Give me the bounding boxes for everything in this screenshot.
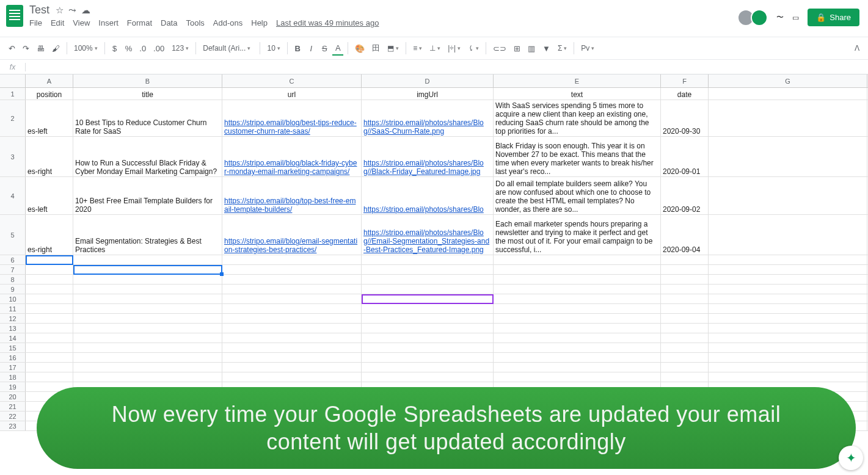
font-dropdown[interactable]: Default (Ari... <box>200 43 255 54</box>
cell[interactable]: Each email marketer spends hours prepari… <box>494 215 661 255</box>
cell[interactable]: date <box>661 88 709 100</box>
sheets-logo[interactable] <box>6 5 23 27</box>
cell[interactable] <box>709 285 867 294</box>
row-header[interactable]: 15 <box>0 343 26 352</box>
cell[interactable] <box>661 353 709 362</box>
row-header[interactable]: 6 <box>0 255 26 264</box>
row-header[interactable]: 20 <box>0 392 26 401</box>
strike-button[interactable]: S <box>319 42 330 55</box>
cell[interactable] <box>661 314 709 323</box>
row-header[interactable]: 16 <box>0 353 26 362</box>
cell[interactable] <box>222 372 362 382</box>
cell[interactable]: 2020-09-02 <box>661 177 709 214</box>
cell[interactable]: es-left <box>26 100 73 136</box>
collapse-toolbar-icon[interactable]: ᐱ <box>855 44 859 53</box>
cell[interactable]: imgUrl <box>362 88 494 100</box>
cell[interactable] <box>709 137 867 176</box>
cell[interactable]: With SaaS services spending 5 times more… <box>494 100 661 136</box>
cell[interactable] <box>222 353 362 362</box>
cell[interactable] <box>26 304 73 313</box>
last-edit[interactable]: Last edit was 49 minutes ago <box>276 18 379 27</box>
cell[interactable]: https://stripo.email/blog/black-friday-c… <box>222 137 362 176</box>
row-header[interactable]: 17 <box>0 363 26 372</box>
cell[interactable] <box>661 324 709 333</box>
cell[interactable]: es-left <box>26 177 73 214</box>
col-header[interactable]: B <box>73 74 222 87</box>
cell[interactable] <box>661 343 709 352</box>
cell[interactable] <box>494 275 661 284</box>
cell[interactable] <box>709 294 867 303</box>
cell[interactable] <box>494 255 661 264</box>
cell[interactable] <box>661 372 709 382</box>
cell[interactable] <box>494 265 661 274</box>
cell[interactable]: https://stripo.email/blog/best-tips-redu… <box>222 100 362 136</box>
cell[interactable] <box>26 294 73 303</box>
row-header[interactable]: 23 <box>0 421 26 430</box>
cell[interactable] <box>709 100 867 136</box>
cell[interactable] <box>661 363 709 372</box>
row-header[interactable]: 14 <box>0 333 26 343</box>
cell[interactable] <box>26 324 73 333</box>
menu-tools[interactable]: Tools <box>186 18 204 27</box>
col-header[interactable]: F <box>661 74 709 87</box>
cell[interactable] <box>222 275 362 284</box>
cell[interactable] <box>26 314 73 323</box>
cell[interactable] <box>494 294 661 303</box>
cell[interactable]: 2020-09-01 <box>661 137 709 176</box>
number-format-dropdown[interactable]: 123 <box>169 43 191 54</box>
cell[interactable] <box>73 304 222 313</box>
menu-addons[interactable]: Add-ons <box>213 18 243 27</box>
cell[interactable] <box>709 265 867 274</box>
addons-toolbar-button[interactable]: Pv <box>578 43 597 54</box>
row-header[interactable]: 18 <box>0 372 26 382</box>
cell[interactable] <box>709 372 867 382</box>
cell[interactable]: Black Friday is soon enough. This year i… <box>494 137 661 176</box>
valign-dropdown[interactable]: ⊥ <box>427 43 443 54</box>
cell[interactable] <box>494 363 661 372</box>
redo-button[interactable]: ↷ <box>20 42 32 55</box>
row-header[interactable]: 8 <box>0 275 26 284</box>
row-header[interactable]: 9 <box>0 285 26 294</box>
cell[interactable] <box>73 275 222 284</box>
cell[interactable] <box>362 363 494 372</box>
cell[interactable] <box>494 343 661 352</box>
activity-icon[interactable]: 〜 <box>776 12 784 23</box>
cell[interactable] <box>661 304 709 313</box>
menu-view[interactable]: View <box>73 18 90 27</box>
cell[interactable]: 2020-09-04 <box>661 215 709 255</box>
cell[interactable]: https://stripo.email/photos/shares/Blo <box>362 177 494 214</box>
row-header[interactable]: 11 <box>0 304 26 313</box>
comment-icon[interactable]: ▭ <box>792 13 799 22</box>
cell[interactable] <box>494 304 661 313</box>
chart-button[interactable]: ▥ <box>525 42 538 55</box>
sheet-area[interactable]: A B C D E F G 1positiontitleurlimgUrltex… <box>0 74 868 431</box>
cell[interactable] <box>26 285 73 294</box>
cell[interactable] <box>73 285 222 294</box>
halign-dropdown[interactable]: ≡ <box>410 43 425 54</box>
cell[interactable]: 10 Best Tips to Reduce Customer Churn Ra… <box>73 100 222 136</box>
cell[interactable] <box>362 343 494 352</box>
cell[interactable] <box>709 353 867 362</box>
cell[interactable] <box>709 88 867 100</box>
cell[interactable] <box>362 285 494 294</box>
wrap-dropdown[interactable]: |÷| <box>445 43 463 54</box>
cell[interactable] <box>362 304 494 313</box>
cell[interactable]: es-right <box>26 215 73 255</box>
cell[interactable]: https://stripo.email/blog/email-segmenta… <box>222 215 362 255</box>
paint-format-button[interactable]: 🖌 <box>49 42 62 55</box>
cell[interactable] <box>709 304 867 313</box>
cell[interactable]: es-right <box>26 137 73 176</box>
cell[interactable] <box>222 304 362 313</box>
cell[interactable] <box>26 372 73 382</box>
menu-format[interactable]: Format <box>127 18 152 27</box>
cell[interactable] <box>73 363 222 372</box>
cell[interactable] <box>494 285 661 294</box>
cell[interactable] <box>73 255 222 264</box>
cell[interactable] <box>709 215 867 255</box>
col-header[interactable]: G <box>709 74 867 87</box>
star-icon[interactable]: ☆ <box>56 5 64 16</box>
bold-button[interactable]: B <box>292 42 303 55</box>
rotation-dropdown[interactable]: ⤹ <box>465 43 481 54</box>
formula-input[interactable] <box>26 66 868 68</box>
move-icon[interactable]: ⤳ <box>68 5 76 16</box>
